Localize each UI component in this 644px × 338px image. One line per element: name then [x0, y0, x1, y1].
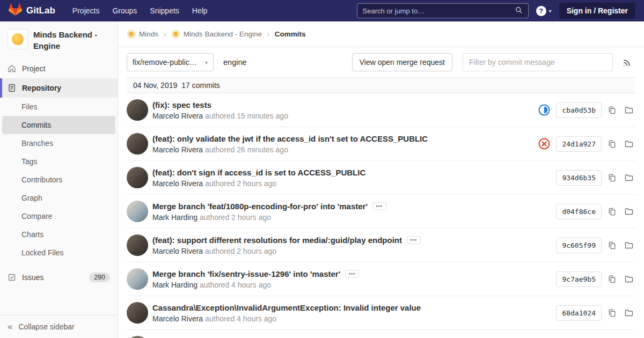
avatar[interactable] — [127, 133, 148, 155]
commit-sha-link[interactable]: 24d1a927 — [556, 136, 602, 152]
copy-sha-button[interactable] — [606, 307, 618, 319]
sidebar-item-compare[interactable]: Compare — [0, 207, 118, 225]
commit-meta: Marcelo Rivera authored 15 minutes ago — [152, 112, 530, 120]
browse-files-button[interactable] — [623, 137, 635, 150]
commits-list: 04 Nov, 2019 17 commits (fix): spec test… — [118, 77, 644, 338]
copy-icon — [608, 275, 616, 283]
commit-sha-link[interactable]: cba0d53b — [556, 102, 602, 118]
commit-row: (feat): support different resolutions fo… — [127, 229, 635, 262]
copy-sha-button[interactable] — [606, 138, 618, 150]
avatar[interactable] — [127, 302, 148, 324]
rss-feed-button[interactable] — [619, 54, 635, 70]
commit-author-link[interactable]: Marcelo Rivera — [152, 145, 203, 154]
sidebar-item-repository[interactable]: Repository — [0, 78, 118, 98]
sidebar-item-tags[interactable]: Tags — [0, 152, 118, 171]
breadcrumb-group-link[interactable]: Minds — [127, 30, 158, 39]
commit-author-link[interactable]: Mark Harding — [152, 281, 197, 289]
commit-meta: Marcelo Rivera authored 2 hours ago — [152, 179, 547, 188]
breadcrumb-project-link[interactable]: Minds Backend - Engine — [171, 30, 262, 39]
commit-sha-link[interactable]: 68da1024 — [556, 305, 602, 321]
help-icon: ? — [536, 6, 546, 16]
sidebar-item-project[interactable]: Project — [0, 59, 118, 78]
sidebar-item-issues[interactable]: Issues 290 — [0, 267, 118, 288]
commit-sha-link[interactable]: 9c605f99 — [556, 238, 602, 253]
commit-title-link[interactable]: (feat): don't sign if access_id is set t… — [152, 168, 365, 177]
sidebar-item-commits[interactable]: Commits — [2, 116, 115, 134]
avatar[interactable] — [127, 268, 148, 290]
commit-author-link[interactable]: Marcelo Rivera — [152, 247, 203, 255]
commit-title-link[interactable]: Cassandra\Exception\InvalidArgumentExcep… — [152, 303, 421, 312]
avatar[interactable] — [127, 234, 148, 256]
copy-sha-button[interactable] — [606, 104, 618, 116]
avatar[interactable] — [127, 201, 148, 222]
commit-time: authored 2 hours ago — [205, 247, 276, 255]
ci-status-failed-icon[interactable] — [538, 138, 550, 150]
browse-files-button[interactable] — [623, 273, 635, 285]
commit-title-link[interactable]: (fix): spec tests — [152, 100, 211, 109]
avatar[interactable] — [127, 336, 148, 338]
toggle-description-button[interactable]: ⋯ — [345, 270, 359, 278]
sidebar-item-label: Project — [22, 64, 46, 73]
copy-sha-button[interactable] — [606, 273, 618, 285]
toggle-description-button[interactable]: ⋯ — [407, 236, 421, 244]
commit-row: Merge branch 'fix/sentry-issue-1296' int… — [127, 262, 635, 296]
commit-title-link[interactable]: Merge branch 'fix/sentry-issue-1296' int… — [152, 269, 340, 278]
commits-date: 04 Nov, 2019 — [133, 81, 177, 90]
breadcrumb-current: Commits — [275, 30, 306, 38]
commit-title-link[interactable]: (feat): only validate the jwt if the acc… — [152, 134, 428, 143]
main-menu: Projects Groups Snippets Help — [66, 1, 214, 20]
view-merge-request-button[interactable]: View open merge request — [352, 53, 452, 71]
sidebar-item-graph[interactable]: Graph — [0, 189, 118, 207]
commit-author-link[interactable]: Marcelo Rivera — [152, 112, 203, 120]
browse-files-button[interactable] — [623, 239, 635, 252]
browse-files-button[interactable] — [623, 104, 635, 116]
commit-sha-link[interactable]: 9c7ae9b5 — [556, 271, 602, 287]
commit-time: authored 15 minutes ago — [205, 112, 288, 120]
branch-selector-dropdown[interactable]: fix/remove-public… ▾ — [127, 53, 214, 71]
commit-author-link[interactable]: Marcelo Rivera — [152, 179, 203, 188]
sidebar-item-branches[interactable]: Branches — [0, 134, 118, 152]
sidebar-item-contributors[interactable]: Contributors — [0, 171, 118, 189]
folder-icon — [625, 308, 633, 317]
commit-author-link[interactable]: Marcelo Rivera — [152, 314, 203, 323]
copy-sha-button[interactable] — [606, 239, 618, 252]
commit-filter-input[interactable] — [463, 53, 613, 71]
search-input[interactable] — [363, 7, 515, 15]
sidebar-item-label: Repository — [22, 84, 61, 92]
copy-sha-button[interactable] — [606, 205, 618, 218]
browse-files-button[interactable] — [623, 205, 635, 218]
copy-sha-button[interactable] — [606, 172, 618, 184]
commit-time: authored 4 hours ago — [200, 281, 271, 289]
commit-title-link[interactable]: Merge branch 'feat/1080p-encoding-for-pr… — [152, 202, 368, 211]
commit-meta: Marcelo Rivera authored 2 hours ago — [152, 247, 547, 255]
project-avatar[interactable] — [8, 29, 28, 49]
copy-icon — [608, 174, 616, 182]
menu-item-groups[interactable]: Groups — [106, 1, 143, 20]
sidebar-item-locked-files[interactable]: Locked Files — [0, 244, 118, 262]
commit-time: authored 2 hours ago — [200, 213, 271, 222]
menu-item-projects[interactable]: Projects — [66, 1, 106, 20]
ci-status-running-icon[interactable] — [538, 104, 550, 116]
commit-sha-link[interactable]: d04f86ce — [556, 204, 602, 219]
commit-meta: Mark Harding authored 2 hours ago — [152, 213, 547, 222]
gitlab-home-link[interactable]: GitLab — [9, 3, 55, 19]
commit-author-link[interactable]: Mark Harding — [152, 213, 197, 222]
sign-in-button[interactable]: Sign in / Register — [559, 3, 635, 19]
menu-item-snippets[interactable]: Snippets — [143, 1, 185, 20]
avatar[interactable] — [127, 167, 148, 188]
commit-title-link[interactable]: (feat): support different resolutions fo… — [152, 236, 402, 245]
avatar[interactable] — [127, 99, 148, 121]
help-dropdown[interactable]: ? ▾ — [536, 6, 552, 16]
commit-sha-link[interactable]: 934d6b35 — [556, 170, 602, 186]
sidebar-item-label: Issues — [22, 273, 43, 282]
collapse-icon: « — [8, 324, 12, 330]
browse-files-button[interactable] — [623, 171, 635, 184]
toggle-description-button[interactable]: ⋯ — [372, 202, 386, 210]
menu-item-help[interactable]: Help — [186, 1, 214, 20]
sidebar: Minds Backend - Engine Project Repositor… — [0, 21, 118, 338]
sidebar-item-charts[interactable]: Charts — [0, 225, 118, 244]
sidebar-item-files[interactable]: Files — [0, 98, 118, 116]
collapse-sidebar-button[interactable]: « Collapse sidebar — [0, 315, 118, 338]
project-title[interactable]: Minds Backend - Engine — [33, 29, 110, 52]
browse-files-button[interactable] — [623, 306, 635, 319]
